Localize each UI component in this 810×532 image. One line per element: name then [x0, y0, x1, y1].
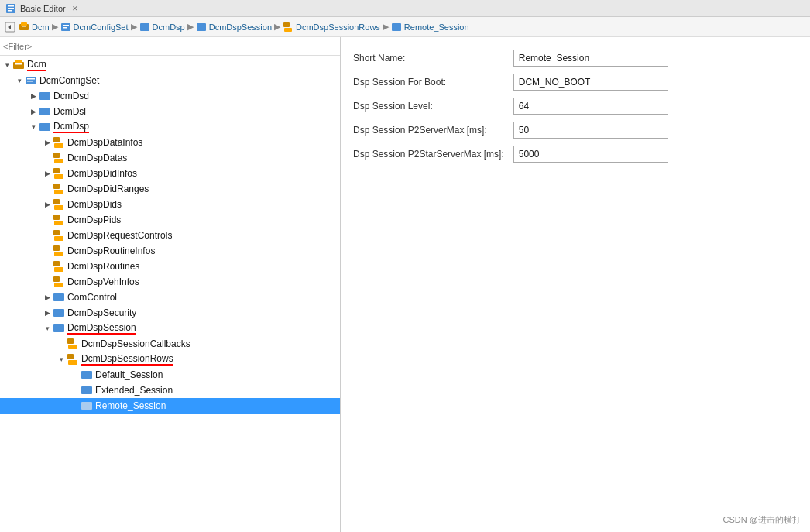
tree-row-dcmdspdidranges[interactable]: ▶ DcmDspDidRanges: [0, 181, 340, 197]
svg-rect-25: [39, 123, 50, 131]
toggle-dcmdspsecurity[interactable]: ▶: [42, 307, 53, 318]
dcmdspdidranges-label: DcmDspDidRanges: [67, 184, 149, 194]
config-icon: [60, 22, 71, 33]
toggle-dcmdspdatainfos[interactable]: ▶: [42, 137, 53, 148]
breadcrumb-item-dcmdsp[interactable]: DcmDsp: [139, 22, 185, 33]
breadcrumb-dcmconfigset-label: DcmConfigSet: [74, 22, 129, 32]
tree-row-dcmdspdids[interactable]: ▶ DcmDspDids: [0, 197, 340, 212]
svg-rect-52: [68, 360, 77, 365]
tree-row-dcmdspdatainfos[interactable]: ▶ DcmDspDataInfos: [0, 135, 340, 150]
toggle-dcmdspdids[interactable]: ▶: [42, 199, 53, 210]
svg-rect-34: [53, 199, 60, 204]
property-value-shortname[interactable]: Remote_Session: [513, 50, 668, 67]
toggle-dcmdspsessionrows[interactable]: ▾: [56, 354, 67, 365]
breadcrumb-item-dcmdspsessionrows[interactable]: DcmDspSessionRows: [283, 22, 380, 33]
property-value-cell-dsplevel: 64: [513, 94, 798, 118]
toggle-comcontrol[interactable]: ▶: [42, 292, 53, 303]
dcmdsprotinfo-label: DcmDspRoutineInfos: [67, 245, 155, 256]
svg-rect-53: [81, 371, 92, 379]
dcmdspdids-label: DcmDspDids: [67, 199, 122, 210]
dcmdspdatas-label: DcmDspDatas: [67, 153, 127, 163]
tree-container[interactable]: ▾ Dcm ▾: [0, 56, 340, 532]
dcmdsppids-icon: [53, 214, 65, 226]
svg-rect-2: [8, 8, 14, 9]
filter-input[interactable]: [3, 42, 337, 51]
tree-row-dcmconfigset[interactable]: ▾ DcmConfigSet: [0, 73, 340, 88]
back-icon: [5, 22, 15, 33]
property-label-p2starservermax: Dsp Session P2StarServerMax [ms]:: [353, 142, 513, 166]
svg-marker-5: [8, 25, 11, 29]
dcmconfigset-label: DcmConfigSet: [39, 75, 99, 86]
breadcrumb-item-dcm[interactable]: Dcm: [19, 22, 50, 33]
svg-rect-22: [27, 81, 33, 82]
remotesession-label: Remote_Session: [95, 400, 166, 411]
tree-row-dcmdsp[interactable]: ▾ DcmDsp: [0, 119, 340, 135]
dcmdspdatas-icon: [53, 152, 65, 164]
svg-rect-35: [54, 205, 63, 210]
tree-row-dcmdsl[interactable]: ▶ DcmDsl: [0, 104, 340, 119]
tree-row-dcmdspsessioncallbacks[interactable]: ▶ DcmDspSessionCallbacks: [0, 336, 340, 352]
property-value-dsplevel[interactable]: 64: [513, 98, 668, 115]
close-icon[interactable]: ✕: [72, 5, 78, 12]
property-value-p2starservermax[interactable]: 5000: [513, 146, 668, 163]
tree-row-remotesession[interactable]: ▶ Remote_Session: [0, 398, 340, 414]
row-icon: [391, 22, 402, 33]
tree-row-dcmdsprequestcontrols[interactable]: ▶ DcmDspRequestControls: [0, 228, 340, 243]
toggle-dcmdspdidinfosdot[interactable]: ▶: [42, 168, 53, 179]
tree-row-dcmdsd[interactable]: ▶ DcmDsd: [0, 88, 340, 104]
breadcrumb-item-dcmconfigset[interactable]: DcmConfigSet: [60, 22, 129, 33]
tree-row-defaultsession[interactable]: ▶ Default_Session: [0, 367, 340, 383]
breadcrumb-item-remotesession[interactable]: Remote_Session: [391, 22, 469, 33]
dcmdsl-icon: [39, 105, 51, 118]
svg-rect-24: [39, 108, 50, 115]
breadcrumb-item-dcmdspsession[interactable]: DcmDspSession: [196, 22, 272, 33]
svg-rect-1: [8, 5, 14, 7]
tree-row-dcmdspsessionrows[interactable]: ▾ DcmDspSessionRows: [0, 352, 340, 367]
dcmdspvehinfos-icon: [53, 276, 65, 288]
dcmdsprotinfo-icon: [53, 245, 65, 257]
dcmdspdatainfos-label: DcmDspDataInfos: [67, 137, 142, 148]
svg-rect-45: [54, 283, 63, 287]
toggle-dcm[interactable]: ▾: [2, 60, 12, 70]
tree-row-dcm[interactable]: ▾ Dcm: [0, 57, 340, 73]
filter-bar: [0, 37, 340, 56]
dcmdspsecurity-icon: [53, 307, 65, 319]
toggle-dcmdsp[interactable]: ▾: [28, 122, 39, 132]
tree-row-dcmdsprotinfo[interactable]: ▶ DcmDspRoutineInfos: [0, 243, 340, 259]
tree-row-dcmdsppids[interactable]: ▶ DcmDspPids: [0, 212, 340, 228]
tree-row-dcmdspsession[interactable]: ▾ DcmDspSession: [0, 321, 340, 336]
tree-row-dcmdspvehinfos[interactable]: ▶ DcmDspVehInfos: [0, 274, 340, 290]
toggle-dcmdsl[interactable]: ▶: [28, 106, 39, 117]
tree-row-dcmdspdatas[interactable]: ▶ DcmDspDatas: [0, 150, 340, 166]
svg-rect-27: [54, 143, 63, 148]
dcmdspdids-icon: [53, 198, 65, 211]
tree-row-dcmdspsecurity[interactable]: ▶ DcmDspSecurity: [0, 305, 340, 321]
dcmdspdidinfosdot-label: DcmDspDidInfos: [67, 168, 137, 179]
svg-rect-39: [54, 236, 63, 241]
tree-row-comcontrol[interactable]: ▶ ComControl: [0, 290, 340, 305]
svg-rect-13: [197, 23, 206, 31]
tree-row-dcmdspdidinfosdot[interactable]: ▶ DcmDspDidInfos: [0, 166, 340, 181]
main-content: ▾ Dcm ▾: [0, 37, 810, 532]
toggle-dcmdsd[interactable]: ▶: [28, 91, 39, 101]
toggle-dcmconfigset[interactable]: ▾: [14, 75, 25, 86]
svg-rect-43: [54, 267, 63, 272]
module-icon: [19, 22, 29, 33]
svg-rect-28: [53, 153, 60, 158]
svg-rect-12: [140, 23, 149, 31]
tree-row-dcmdsproutines[interactable]: ▶ DcmDspRoutines: [0, 259, 340, 274]
svg-rect-42: [53, 261, 60, 266]
property-value-p2servermax[interactable]: 50: [513, 122, 668, 139]
toggle-dcmdspsession[interactable]: ▾: [42, 323, 53, 334]
session-icon: [196, 22, 207, 33]
dcmdspdidinfosdot-icon: [53, 167, 65, 180]
comcontrol-label: ComControl: [67, 292, 117, 303]
breadcrumb-back-button[interactable]: [3, 20, 17, 34]
dcmdspsecurity-label: DcmDspSecurity: [67, 307, 136, 318]
defaultsession-label: Default_Session: [95, 369, 163, 380]
svg-rect-21: [27, 78, 35, 80]
svg-rect-48: [53, 324, 64, 332]
svg-rect-30: [53, 168, 60, 173]
tree-row-extendedsession[interactable]: ▶ Extended_Session: [0, 383, 340, 398]
property-value-dspboot[interactable]: DCM_NO_BOOT: [513, 74, 668, 91]
